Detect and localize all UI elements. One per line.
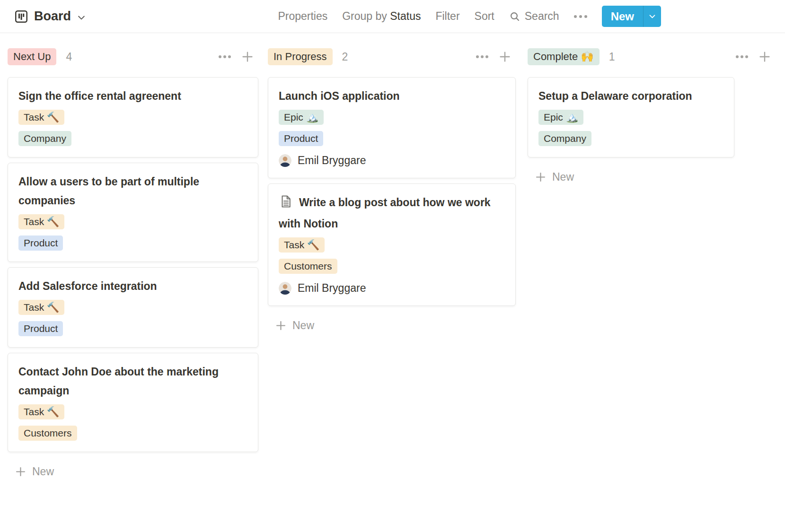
card-tags: Task 🔨Customers	[18, 404, 247, 441]
toolbar-properties[interactable]: Properties	[278, 10, 327, 23]
chevron-down-icon	[77, 13, 86, 22]
new-dropdown-button[interactable]	[643, 6, 661, 27]
card-tags: Task 🔨Product	[18, 214, 247, 251]
ellipsis-icon	[736, 55, 748, 58]
card-title: Contact John Doe about the marketing cam…	[18, 362, 247, 400]
toolbar-sort[interactable]: Sort	[475, 10, 494, 23]
tag: Task 🔨	[18, 110, 64, 125]
card-title: Add Salesforce integration	[18, 277, 247, 296]
group-by-label: Group by	[342, 10, 387, 22]
status-tag[interactable]: In Progress	[268, 48, 333, 65]
tag: Customers	[18, 426, 77, 441]
card[interactable]: Launch iOS application Epic 🏔️Product Em…	[268, 77, 516, 178]
tag: Product	[18, 235, 63, 251]
column-add-card-button[interactable]	[240, 50, 255, 64]
assignee-name: Emil Bryggare	[298, 282, 366, 295]
new-card-button[interactable]: New	[14, 465, 258, 478]
card-tags: Task 🔨Customers	[279, 237, 505, 274]
card-title: Launch iOS application	[279, 87, 505, 105]
column-count: 2	[342, 51, 348, 63]
status-tag[interactable]: Complete 🙌	[528, 48, 600, 65]
board-column-1: In Progress 2 Launch iOS application Epi…	[268, 48, 516, 332]
assignee: Emil Bryggare	[279, 154, 505, 167]
card-tags: Task 🔨Company	[18, 110, 247, 146]
tag: Epic 🏔️	[279, 110, 324, 125]
board-column-2: Complete 🙌 1 Setup a Delaware corporatio…	[528, 48, 776, 183]
card[interactable]: Contact John Doe about the marketing cam…	[8, 353, 258, 452]
column-cards: Launch iOS application Epic 🏔️Product Em…	[268, 77, 516, 306]
ellipsis-icon	[219, 55, 231, 58]
card-tags: Epic 🏔️Company	[538, 110, 723, 146]
card-title: Sign the office rental agreenent	[18, 87, 247, 105]
assignee-name: Emil Bryggare	[298, 154, 366, 167]
board-column-0: Next Up 4 Sign the office rental agreene…	[8, 48, 258, 478]
view-toolbar: Board Properties Group by Status Filter …	[0, 0, 785, 33]
column-header: Next Up 4	[8, 48, 258, 65]
new-button[interactable]: New	[602, 6, 643, 27]
card[interactable]: Allow a users to be part of multiple com…	[8, 163, 258, 262]
ellipsis-icon	[574, 15, 577, 18]
toolbar-search[interactable]: Search	[509, 10, 559, 23]
column-actions	[736, 50, 772, 64]
column-more-button[interactable]	[219, 55, 231, 58]
board-view-icon	[14, 9, 28, 24]
column-header: Complete 🙌 1	[528, 48, 776, 65]
plus-icon	[758, 50, 772, 64]
column-add-card-button[interactable]	[498, 50, 512, 64]
search-icon	[509, 11, 520, 22]
new-button-group: New	[602, 6, 661, 27]
plus-icon	[274, 319, 287, 332]
column-more-button[interactable]	[736, 55, 748, 58]
new-card-label: New	[32, 465, 54, 478]
new-card-button[interactable]: New	[534, 171, 776, 183]
card[interactable]: Write a blog post about how we work with…	[268, 183, 516, 306]
tag: Product	[279, 131, 323, 146]
plus-icon	[498, 50, 512, 64]
card-title: Allow a users to be part of multiple com…	[18, 172, 247, 210]
chevron-down-icon	[648, 12, 656, 20]
tag: Task 🔨	[18, 300, 64, 315]
status-tag[interactable]: Next Up	[8, 48, 56, 65]
column-count: 4	[66, 51, 72, 63]
toolbar-filter[interactable]: Filter	[435, 10, 459, 23]
ellipsis-icon	[476, 55, 488, 58]
card-tags: Task 🔨Product	[18, 300, 247, 336]
column-cards: Sign the office rental agreenent Task 🔨C…	[8, 77, 258, 452]
tag: Task 🔨	[18, 214, 64, 229]
toolbar-group-by[interactable]: Group by Status	[342, 10, 421, 23]
avatar	[279, 282, 291, 295]
page-icon	[279, 194, 293, 214]
column-cards: Setup a Delaware corporation Epic 🏔️Comp…	[528, 77, 776, 157]
view-switcher[interactable]: Board	[14, 9, 86, 24]
tag: Task 🔨	[279, 237, 325, 253]
tag: Company	[18, 131, 71, 146]
tag: Product	[18, 321, 63, 336]
plus-icon	[14, 465, 27, 478]
kanban-board: Next Up 4 Sign the office rental agreene…	[0, 33, 785, 478]
tag: Customers	[279, 259, 337, 274]
plus-icon	[240, 50, 255, 64]
assignee: Emil Bryggare	[279, 282, 505, 295]
new-card-label: New	[552, 171, 574, 183]
avatar	[279, 154, 291, 167]
column-header: In Progress 2	[268, 48, 516, 65]
column-actions	[219, 50, 255, 64]
column-count: 1	[609, 51, 615, 63]
plus-icon	[534, 171, 547, 183]
card[interactable]: Add Salesforce integration Task 🔨Product	[8, 267, 258, 348]
card-title: Setup a Delaware corporation	[538, 87, 723, 105]
search-label: Search	[525, 10, 559, 23]
column-more-button[interactable]	[476, 55, 488, 58]
card[interactable]: Setup a Delaware corporation Epic 🏔️Comp…	[528, 77, 734, 157]
board-toolbar: Properties Group by Status Filter Sort S…	[278, 6, 661, 27]
card-title: Write a blog post about how we work with…	[279, 193, 505, 233]
view-title: Board	[34, 9, 71, 24]
new-card-label: New	[292, 319, 314, 332]
card-tags: Epic 🏔️Product	[279, 110, 505, 146]
new-card-button[interactable]: New	[274, 319, 516, 332]
column-actions	[476, 50, 512, 64]
tag: Company	[538, 131, 591, 146]
toolbar-more-button[interactable]	[574, 15, 587, 18]
column-add-card-button[interactable]	[758, 50, 772, 64]
card[interactable]: Sign the office rental agreenent Task 🔨C…	[8, 77, 258, 157]
